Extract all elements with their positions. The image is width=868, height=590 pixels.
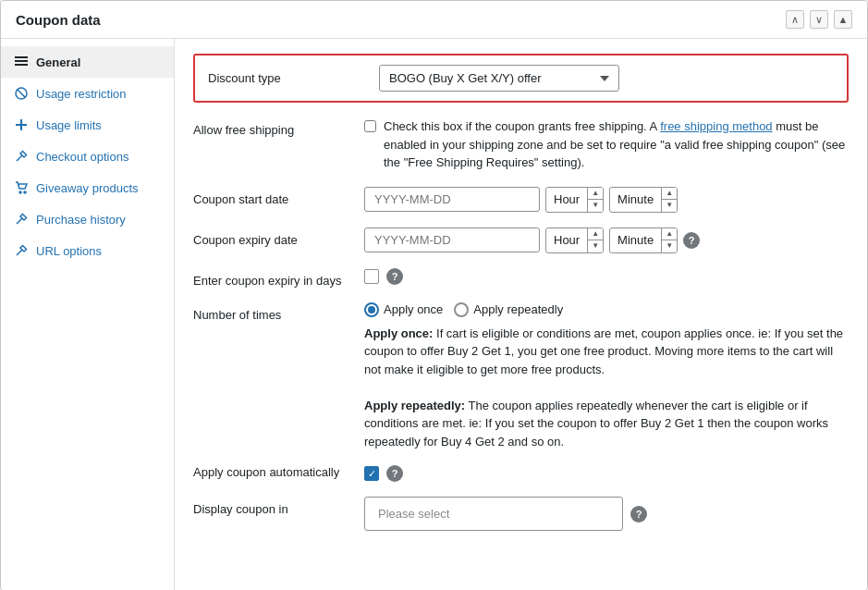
- start-minute-spinner: Minute ▲ ▼: [609, 187, 678, 213]
- start-minute-down[interactable]: ▼: [662, 200, 677, 212]
- coupon-data-window: Coupon data ∧ ∨ ▲ General: [0, 0, 868, 590]
- expiry-hour-down[interactable]: ▼: [588, 240, 603, 252]
- display-coupon-controls: Please select ?: [364, 497, 849, 531]
- coupon-start-date-value: Hour ▲ ▼ Minute ▲ ▼: [364, 187, 849, 213]
- expiry-hour-up[interactable]: ▲: [588, 228, 603, 241]
- apply-repeatedly-radio[interactable]: [454, 302, 469, 317]
- expand-button[interactable]: ∨: [810, 10, 828, 29]
- svg-rect-2: [15, 64, 28, 66]
- discount-type-label: Discount type: [208, 71, 379, 85]
- display-coupon-in-value: Please select ?: [364, 497, 849, 531]
- expiry-days-controls: ?: [364, 268, 849, 285]
- wrench-icon-purchase: [14, 212, 29, 227]
- expiry-minute-arrows: ▲ ▼: [662, 228, 677, 252]
- svg-point-7: [19, 191, 21, 193]
- start-hour-label: Hour: [546, 188, 588, 212]
- apply-once-radio[interactable]: [364, 302, 379, 317]
- apply-repeatedly-label: Apply repeatedly: [473, 302, 563, 316]
- sidebar: General Usage restriction: [1, 39, 175, 590]
- discount-type-select[interactable]: BOGO (Buy X Get X/Y) offer Percentage di…: [379, 65, 619, 92]
- apply-once-option[interactable]: Apply once: [364, 302, 443, 317]
- coupon-expiry-days-label: Enter coupon expiry in days: [193, 268, 364, 288]
- expiry-minute-label: Minute: [610, 228, 662, 252]
- svg-rect-1: [15, 60, 28, 62]
- sidebar-item-usage-restriction[interactable]: Usage restriction: [1, 78, 174, 109]
- start-hour-up[interactable]: ▲: [588, 188, 603, 201]
- expiry-date-input[interactable]: [364, 227, 540, 252]
- apply-coupon-checkbox[interactable]: ✓: [364, 466, 379, 481]
- free-shipping-link[interactable]: free shipping method: [660, 119, 772, 133]
- layout: General Usage restriction: [1, 39, 867, 590]
- collapse-button[interactable]: ∧: [786, 10, 804, 29]
- apply-coupon-automatically-row: Apply coupon automatically ✓ ?: [193, 465, 849, 482]
- display-coupon-help-icon[interactable]: ?: [630, 506, 647, 522]
- apply-repeatedly-option[interactable]: Apply repeatedly: [454, 302, 563, 317]
- expiry-days-help-icon[interactable]: ?: [386, 268, 403, 285]
- start-minute-arrows: ▲ ▼: [662, 188, 677, 212]
- expiry-minute-down[interactable]: ▼: [662, 240, 677, 252]
- sidebar-label-general: General: [36, 55, 80, 69]
- apply-coupon-automatically-value: ✓ ?: [364, 465, 403, 482]
- coupon-expiry-date-value: Hour ▲ ▼ Minute ▲ ▼: [364, 227, 849, 253]
- display-coupon-in-label: Display coupon in: [193, 497, 364, 516]
- main-content: Discount type BOGO (Buy X Get X/Y) offer…: [175, 39, 867, 590]
- coupon-start-date-row: Coupon start date Hour ▲ ▼: [193, 187, 849, 213]
- apply-coupon-automatically-label: Apply coupon automatically: [193, 465, 364, 479]
- svg-point-8: [24, 191, 26, 193]
- plus-icon: [14, 117, 29, 132]
- expiry-hour-label: Hour: [546, 228, 588, 252]
- form-section: Discount type BOGO (Buy X Get X/Y) offer…: [175, 39, 867, 560]
- coupon-expiry-days-row: Enter coupon expiry in days ?: [193, 268, 849, 288]
- sidebar-item-checkout-options[interactable]: Checkout options: [1, 141, 174, 172]
- sidebar-item-general[interactable]: General: [1, 46, 174, 78]
- expiry-hour-spinner: Hour ▲ ▼: [545, 227, 604, 253]
- expiry-minute-up[interactable]: ▲: [662, 228, 677, 241]
- sidebar-item-purchase-history[interactable]: Purchase history: [1, 203, 174, 235]
- coupon-expiry-date-row: Coupon expiry date Hour ▲ ▼: [193, 227, 849, 253]
- start-date-input[interactable]: [364, 187, 540, 212]
- apply-once-bold: Apply once:: [364, 326, 433, 340]
- sidebar-item-giveaway-products[interactable]: Giveaway products: [1, 172, 174, 203]
- apply-once-desc: If cart is eligible or conditions are me…: [364, 326, 843, 376]
- window-title: Coupon data: [16, 12, 101, 28]
- wrench-icon-checkout: [14, 149, 29, 164]
- number-of-times-label: Number of times: [193, 302, 364, 322]
- allow-free-shipping-row: Allow free shipping Check this box if th…: [193, 117, 849, 172]
- start-minute-up[interactable]: ▲: [662, 188, 677, 201]
- expiry-days-checkbox[interactable]: [364, 269, 379, 284]
- coupon-expiry-days-value: ?: [364, 268, 849, 285]
- svg-rect-6: [16, 124, 27, 126]
- sidebar-label-usage-limits: Usage limits: [36, 118, 102, 132]
- expiry-date-row: Hour ▲ ▼ Minute ▲ ▼: [364, 227, 849, 253]
- start-hour-down[interactable]: ▼: [588, 200, 603, 212]
- discount-type-row: Discount type BOGO (Buy X Get X/Y) offer…: [193, 54, 849, 103]
- apply-coupon-help-icon[interactable]: ?: [386, 465, 403, 482]
- allow-free-shipping-value: Check this box if the coupon grants free…: [364, 117, 849, 172]
- sidebar-label-purchase-history: Purchase history: [36, 213, 126, 227]
- sidebar-label-giveaway-products: Giveaway products: [36, 181, 139, 195]
- list-icon: [14, 55, 29, 69]
- start-hour-spinner: Hour ▲ ▼: [545, 187, 604, 213]
- sidebar-label-checkout-options: Checkout options: [36, 150, 128, 164]
- start-date-row: Hour ▲ ▼ Minute ▲ ▼: [364, 187, 849, 213]
- sidebar-label-usage-restriction: Usage restriction: [36, 87, 127, 101]
- expiry-hour-arrows: ▲ ▼: [588, 228, 603, 252]
- sidebar-item-usage-limits[interactable]: Usage limits: [1, 109, 174, 141]
- discount-type-value: BOGO (Buy X Get X/Y) offer Percentage di…: [379, 65, 834, 92]
- fullscreen-button[interactable]: ▲: [834, 10, 852, 29]
- expiry-help-icon[interactable]: ?: [683, 232, 700, 249]
- title-bar: Coupon data ∧ ∨ ▲: [1, 1, 867, 39]
- ban-icon: [14, 86, 29, 101]
- start-minute-label: Minute: [610, 188, 662, 212]
- free-shipping-checkbox[interactable]: [364, 120, 376, 132]
- coupon-start-date-label: Coupon start date: [193, 187, 364, 206]
- display-coupon-placeholder: Please select: [378, 507, 449, 521]
- apply-repeatedly-bold: Apply repeatedly:: [364, 399, 465, 412]
- number-of-times-value: Apply once Apply repeatedly Apply once: …: [364, 302, 849, 451]
- display-coupon-select[interactable]: Please select: [364, 497, 623, 531]
- free-shipping-checkbox-row: Check this box if the coupon grants free…: [364, 117, 849, 172]
- sidebar-item-url-options[interactable]: URL options: [1, 235, 174, 266]
- svg-line-4: [18, 90, 26, 98]
- number-of-times-row: Number of times Apply once Apply repeate…: [193, 302, 849, 451]
- cart-icon: [14, 180, 29, 195]
